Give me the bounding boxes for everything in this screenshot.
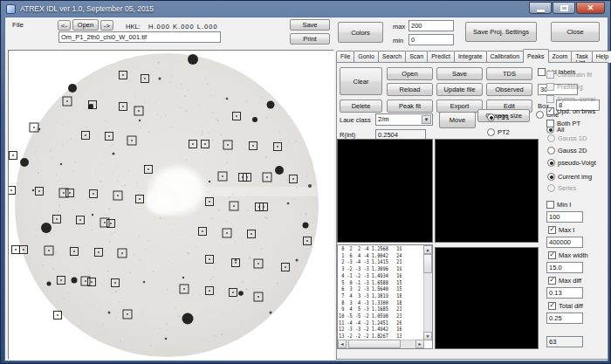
upd-on-brws-checkbox[interactable]: Upd. on brws (546, 107, 595, 115)
max-width-input[interactable] (546, 262, 583, 273)
peaks-save-button[interactable]: Save (436, 67, 483, 80)
laue-class-label: Laue class (340, 116, 371, 124)
scroll-right-icon[interactable]: ► (415, 340, 424, 348)
max-diff-checkbox[interactable]: Max diff (548, 277, 581, 285)
total-diff-input[interactable] (546, 312, 583, 324)
peak-list-rows[interactable]: 0 2 2 -4 1.2568 19.885 0.0 1 6 4 -4 1.00… (339, 246, 402, 340)
tab-search[interactable]: Search (378, 51, 406, 63)
open-image-button[interactable]: Open (72, 19, 99, 31)
maximize-icon (560, 5, 568, 11)
min-label: min (393, 37, 403, 45)
diffraction-image[interactable] (8, 50, 334, 360)
save-proj-settings-button[interactable]: Save Proj. Settings (465, 22, 537, 42)
peak-list[interactable]: 0 2 2 -4 1.2568 19.885 0.0 1 6 4 -4 1.00… (337, 244, 433, 349)
close-icon: ✕ (587, 4, 594, 12)
scroll-down-icon[interactable]: ▼ (423, 332, 432, 340)
max-label: max (393, 23, 405, 31)
minimize-icon (537, 10, 545, 12)
app-window: ATREX IDL ver 1.0, September 05, 2015 ✕ … (0, 0, 611, 364)
gauss-2d-radio[interactable]: Gauss 2D (547, 147, 587, 155)
pt1-radio[interactable]: PT1 (487, 113, 510, 121)
scroll-up-icon[interactable]: ▲ (423, 245, 432, 254)
rint-label: R(int) (340, 131, 355, 139)
tab-gonio[interactable]: Gonio (354, 51, 379, 63)
peak-list-hscrollbar[interactable]: ◄ ► (338, 340, 424, 348)
hkl-values: H.000 K.000 L.000 (148, 23, 218, 31)
tab-zoom[interactable]: Zoom (548, 51, 573, 63)
profile-display-1 (337, 139, 433, 243)
tds-button[interactable]: TDS (486, 67, 532, 80)
peaks-open-button[interactable]: Open (387, 67, 433, 80)
chevron-down-icon[interactable]: ▼ (422, 115, 431, 124)
both-pt-checkbox[interactable]: Both PT (546, 120, 580, 127)
print-button[interactable]: Print (290, 33, 330, 45)
tab-strip: FileGonioSearchScanPredictIntegrateCalib… (336, 51, 608, 63)
prefitting-checkbox[interactable]: Prefitting (546, 83, 583, 91)
close-button[interactable]: Close (551, 22, 600, 42)
tab-scan[interactable]: Scan (405, 51, 428, 63)
min-i-checkbox[interactable]: Min I (546, 201, 571, 209)
max-i-input[interactable] (546, 237, 583, 248)
gauss-1d-radio[interactable]: Gauss 1D (547, 134, 587, 142)
min-input[interactable] (408, 34, 454, 45)
peak-fit-button[interactable]: Peak fit (387, 100, 433, 113)
series-radio[interactable]: Series (547, 184, 576, 192)
app-icon (6, 4, 16, 14)
update-file-button[interactable]: Update file (436, 83, 483, 96)
peak-list-vscrollbar[interactable]: ▲ ▼ (423, 245, 432, 340)
total-diff-checkbox[interactable]: Total diff (548, 302, 583, 310)
reload-button[interactable]: Reload (387, 83, 433, 96)
max-i-checkbox[interactable]: Max I (548, 226, 574, 234)
delete-button[interactable]: Delete (340, 100, 382, 113)
window-title: ATREX IDL ver 1.0, September 05, 2015 (20, 4, 154, 13)
filename-field[interactable] (58, 31, 221, 43)
title-bar[interactable]: ATREX IDL ver 1.0, September 05, 2015 ✕ (1, 1, 610, 17)
tab-calibration[interactable]: Calibration (486, 51, 524, 63)
clear-button[interactable]: Clear (340, 67, 382, 95)
next-image-button[interactable]: -> (100, 20, 113, 31)
current-img-radio[interactable]: Current img (547, 173, 592, 181)
hscroll-thumb[interactable] (348, 340, 401, 348)
tab-task-list[interactable]: Task List (571, 51, 592, 63)
move-button[interactable]: Move (439, 112, 476, 128)
tab-integrate[interactable]: Integrate (454, 51, 487, 63)
max-diff-input[interactable] (546, 287, 583, 299)
min-i-input[interactable] (546, 211, 583, 223)
max-width-checkbox[interactable]: Max width (548, 251, 588, 259)
peak-count-field (546, 336, 583, 347)
hkl-label: HKL: (126, 23, 141, 31)
menu-file[interactable]: File (12, 21, 24, 29)
client-area: File <- Open -> HKL: H.000 K.000 L.000 S… (4, 17, 608, 361)
vscroll-thumb[interactable] (423, 254, 432, 273)
close-window-button[interactable]: ✕ (576, 2, 605, 14)
minimize-button[interactable] (529, 2, 552, 14)
export-button[interactable]: Export (436, 100, 483, 113)
profile-display-2 (435, 139, 539, 243)
hkl-labels-checkbox-box (538, 68, 546, 76)
tab-predict[interactable]: Predict (427, 51, 455, 63)
scroll-left-icon[interactable]: ◄ (338, 340, 347, 348)
symm-correl-checkbox[interactable]: Symm. correl (546, 95, 595, 103)
prev-image-button[interactable]: <- (58, 20, 71, 31)
pt2-radio[interactable]: PT2 (487, 128, 510, 136)
maximize-button[interactable] (553, 2, 575, 14)
constrain-fit-checkbox[interactable]: Constrain fit (546, 71, 592, 79)
pseudo-voigt-radio[interactable]: pseudo-Voigt (547, 159, 596, 167)
observed-button[interactable]: Observed (486, 83, 532, 96)
diffraction-svg (9, 51, 333, 359)
tab-help[interactable]: Help (592, 51, 611, 63)
profile-display-3 (435, 247, 539, 349)
max-input[interactable] (408, 20, 454, 31)
colors-button[interactable]: Colors (338, 22, 383, 43)
save-button[interactable]: Save (290, 19, 330, 31)
laue-class-dropdown[interactable]: 2/m ▼ (375, 113, 433, 126)
tab-file[interactable]: File (336, 51, 354, 63)
tab-peaks[interactable]: Peaks (523, 49, 548, 63)
